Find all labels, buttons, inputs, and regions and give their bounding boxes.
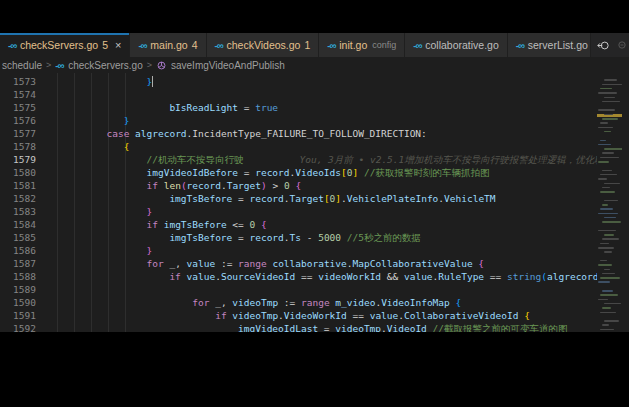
minimap-line xyxy=(602,307,611,309)
go-file-icon: -∞ xyxy=(516,40,524,51)
line-number: 1578 xyxy=(0,140,36,153)
code-text: } xyxy=(36,244,152,257)
code-text: imgVideoIdBefore = record.VideoIds[0] //… xyxy=(36,166,489,179)
code-line[interactable]: 1586 } xyxy=(0,244,597,257)
code-line[interactable]: 1574 xyxy=(0,88,597,101)
line-number: 1573 xyxy=(0,75,36,88)
code-line[interactable]: 1578 { xyxy=(0,140,597,153)
code-line[interactable]: 1591 if videoTmp.VideoWorkId == value.Co… xyxy=(0,309,597,322)
code-line[interactable]: 1584 if imgTsBefore <= 0 { xyxy=(0,218,597,231)
minimap-line xyxy=(600,294,618,296)
editor-tab[interactable]: -∞serverList.go xyxy=(508,33,591,57)
forward-icon[interactable] xyxy=(616,39,628,51)
line-number: 1574 xyxy=(0,88,36,101)
minimap[interactable] xyxy=(597,73,622,332)
code-line[interactable]: 1582 imgTsBefore = record.Target[0].Vehi… xyxy=(0,192,597,205)
scrollbar[interactable] xyxy=(622,73,629,332)
code-line[interactable]: 1577 case algrecord.IncidentType_FAILURE… xyxy=(0,127,597,140)
code-text: imgTsBefore = record.Target[0].VehiclePl… xyxy=(36,192,496,205)
minimap-line xyxy=(600,122,608,124)
minimap-line xyxy=(598,109,615,111)
go-file-icon: -∞ xyxy=(138,40,146,51)
minimap-line xyxy=(604,251,612,253)
code-text: //机动车不按导向行驶You, 3月前 • v2.5.1增加机动车不按导向行驶报… xyxy=(36,153,597,166)
tab-badge: 1 xyxy=(304,39,310,51)
line-number: 1588 xyxy=(0,270,36,283)
editor-tab[interactable]: -∞collaborative.go xyxy=(405,33,507,57)
minimap-line xyxy=(598,264,612,266)
line-number: 1584 xyxy=(0,218,36,231)
tab-label: init.go xyxy=(339,39,367,51)
minimap-line xyxy=(598,144,611,146)
minimap-line xyxy=(604,320,619,322)
minimap-line xyxy=(600,191,615,193)
tab-bar: -∞checkServers.go5×-∞main.go4-∞checkVide… xyxy=(0,33,629,57)
tab-label: main.go xyxy=(150,39,187,51)
code-text: if value.SourceVideoId == videoWorkId &&… xyxy=(36,270,597,283)
code-line[interactable]: 1592 imgVideoIdLast = videoTmp.VideoId /… xyxy=(0,322,597,332)
minimap-line xyxy=(600,329,614,331)
breadcrumb-item[interactable]: schedule xyxy=(2,60,42,71)
line-number: 1581 xyxy=(0,179,36,192)
code-line[interactable]: 1583 } xyxy=(0,205,597,218)
go-file-icon: -∞ xyxy=(8,40,16,51)
minimap-line xyxy=(602,273,615,275)
breadcrumb: schedule>-∞checkServers.go>saveImgVideoA… xyxy=(0,57,629,73)
minimap-line xyxy=(604,97,615,99)
minimap-line xyxy=(600,140,606,142)
code-line[interactable]: 1573 } xyxy=(0,75,597,88)
minimap-line xyxy=(598,213,618,215)
minimap-line xyxy=(604,200,618,202)
minimap-line xyxy=(602,324,609,326)
code-line[interactable]: 1575 bIsReadLight = true xyxy=(0,101,597,114)
code-text: bIsReadLight = true xyxy=(36,101,278,114)
back-icon[interactable] xyxy=(597,39,610,52)
tab-label: collaborative.go xyxy=(425,39,499,51)
code-text: if videoTmp.VideoWorkId == value.Collabo… xyxy=(36,309,530,322)
breadcrumb-item[interactable]: saveImgVideoAndPublish xyxy=(171,60,285,71)
code-line[interactable]: 1580 imgVideoIdBefore = record.VideoIds[… xyxy=(0,166,597,179)
editor-tab[interactable]: -∞init.goconfig xyxy=(319,33,405,57)
code-line[interactable]: 1587 for _, value := range collaborative… xyxy=(0,257,597,270)
code-area[interactable]: 1573 }15741575 bIsReadLight = true1576 }… xyxy=(0,73,597,332)
minimap-line xyxy=(600,174,617,176)
editor-tab[interactable]: -∞main.go4 xyxy=(130,33,206,57)
minimap-line xyxy=(602,170,612,172)
line-number: 1585 xyxy=(0,231,36,244)
line-number: 1590 xyxy=(0,296,36,309)
breadcrumb-item[interactable]: checkServers.go xyxy=(68,60,142,71)
code-line[interactable]: 1588 if value.SourceVideoId == videoWork… xyxy=(0,270,597,283)
code-line[interactable]: 1581 if len(record.Target) > 0 { xyxy=(0,179,597,192)
minimap-line xyxy=(598,127,613,129)
editor-tab[interactable]: -∞checkVideos.go1 xyxy=(207,33,320,57)
minimap-line xyxy=(602,152,614,154)
code-line[interactable]: 1576 } xyxy=(0,114,597,127)
line-number: 1582 xyxy=(0,192,36,205)
code-text: for _, value := range collaborative.MapC… xyxy=(36,257,484,270)
minimap-line xyxy=(600,88,612,90)
close-icon[interactable]: × xyxy=(115,40,121,50)
go-file-icon: -∞ xyxy=(327,40,335,51)
tab-label: checkServers.go xyxy=(20,39,98,51)
minimap-line xyxy=(600,277,620,279)
line-number: 1591 xyxy=(0,309,36,322)
code-line[interactable]: 1585 imgTsBefore = record.Ts - 5000 //5秒… xyxy=(0,231,597,244)
tab-dir-hint: config xyxy=(372,40,396,50)
go-file-icon: -∞ xyxy=(55,60,63,71)
minimap-line xyxy=(598,299,608,301)
minimap-line xyxy=(604,131,611,133)
code-line[interactable]: 1579 //机动车不按导向行驶You, 3月前 • v2.5.1增加机动车不按… xyxy=(0,153,597,166)
minimap-line xyxy=(602,290,613,292)
screen: -∞checkServers.go5×-∞main.go4-∞checkVide… xyxy=(0,0,629,407)
line-number: 1589 xyxy=(0,283,36,296)
code-text: } xyxy=(36,205,152,218)
minimap-line xyxy=(598,247,614,249)
code-text: if len(record.Target) > 0 { xyxy=(36,179,301,192)
minimap-line xyxy=(602,238,619,240)
line-number: 1583 xyxy=(0,205,36,218)
text-cursor xyxy=(152,76,153,87)
minimap-line xyxy=(604,148,622,150)
code-line[interactable]: 1589 xyxy=(0,283,597,296)
code-line[interactable]: 1590 for _, videoTmp := range m_video.Vi… xyxy=(0,296,597,309)
editor-tab[interactable]: -∞checkServers.go5× xyxy=(0,33,130,57)
